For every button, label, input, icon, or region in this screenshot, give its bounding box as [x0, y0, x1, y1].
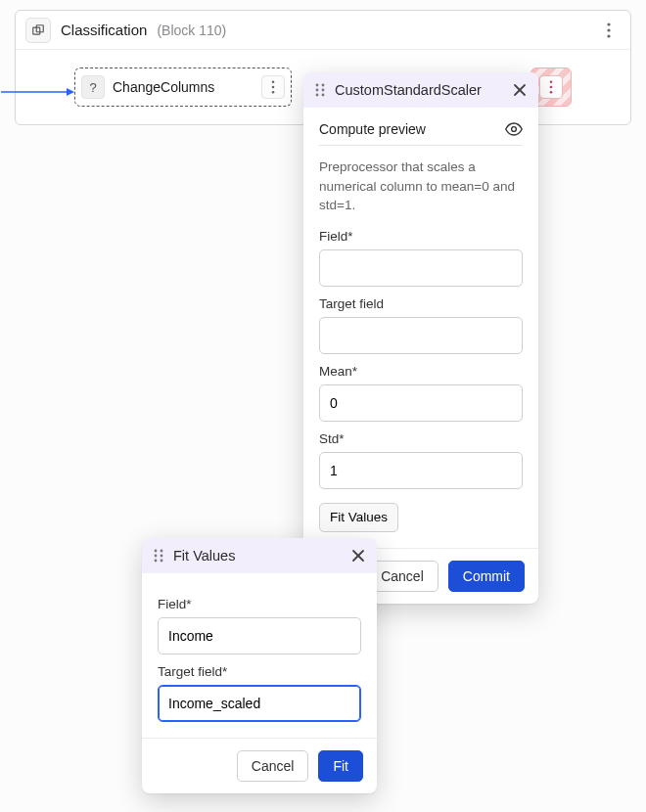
svg-point-27 [161, 560, 163, 563]
svg-point-17 [316, 94, 319, 97]
svg-point-8 [272, 86, 275, 89]
target-field-input[interactable] [319, 317, 523, 354]
question-icon: ? [81, 75, 105, 99]
svg-point-16 [322, 89, 325, 92]
target-field-input[interactable] [158, 685, 361, 722]
std-input[interactable] [319, 452, 523, 489]
compute-preview-label: Compute preview [319, 121, 426, 137]
target-field-label: Target field* [158, 664, 361, 679]
pipeline-menu-button[interactable] [597, 19, 621, 42]
svg-point-18 [322, 94, 325, 97]
close-icon [513, 83, 527, 97]
close-button[interactable] [351, 549, 365, 563]
svg-point-4 [607, 34, 610, 37]
svg-point-7 [272, 80, 275, 83]
popover-header[interactable]: Fit Values [142, 538, 377, 573]
node-menu-button[interactable] [261, 75, 285, 99]
svg-point-15 [316, 89, 319, 92]
mean-input[interactable] [319, 384, 523, 422]
eye-icon [505, 122, 523, 136]
node-change-columns[interactable]: ? ChangeColumns [74, 68, 292, 107]
field-input[interactable] [158, 617, 361, 654]
svg-point-25 [161, 555, 163, 558]
fit-button[interactable]: Fit [318, 750, 363, 782]
svg-point-14 [322, 84, 325, 87]
std-label: Std* [319, 431, 523, 446]
pipeline-icon [25, 18, 51, 43]
custom-scaler-popover: CustomStandardScaler Compute preview Pre… [303, 72, 538, 604]
fit-values-popover: Fit Values Field* Target field* Cancel F… [142, 538, 377, 793]
preview-eye-button[interactable] [505, 122, 523, 136]
compute-preview-row: Compute preview [319, 121, 523, 137]
node-menu-button[interactable] [539, 75, 563, 99]
svg-point-3 [607, 28, 610, 31]
input-arrow-icon [1, 87, 74, 97]
svg-point-21 [512, 127, 517, 132]
cancel-button[interactable]: Cancel [237, 750, 309, 782]
svg-point-23 [161, 550, 163, 553]
svg-point-9 [272, 91, 275, 94]
fit-values-button[interactable]: Fit Values [319, 503, 398, 532]
close-icon [351, 549, 365, 563]
svg-point-12 [550, 91, 553, 94]
cancel-button[interactable]: Cancel [366, 561, 438, 592]
drag-handle-icon[interactable] [315, 83, 325, 97]
target-field-label: Target field [319, 296, 523, 311]
svg-marker-6 [67, 88, 74, 96]
svg-point-13 [316, 84, 319, 87]
popover-title: CustomStandardScaler [335, 82, 503, 98]
popover-title: Fit Values [173, 548, 342, 564]
node-label: ChangeColumns [113, 79, 254, 95]
commit-button[interactable]: Commit [448, 561, 525, 592]
svg-point-11 [550, 86, 553, 89]
field-input[interactable] [319, 249, 523, 287]
drag-handle-icon[interactable] [154, 549, 163, 563]
field-label: Field* [319, 229, 523, 244]
pipeline-header: Classification (Block 110) [16, 11, 630, 50]
svg-point-26 [155, 560, 158, 563]
field-label: Field* [158, 597, 361, 611]
svg-point-10 [550, 80, 553, 83]
pipeline-title: Classification [61, 22, 147, 38]
popover-footer: Cancel Fit [142, 738, 377, 793]
mean-label: Mean* [319, 364, 523, 379]
popover-description: Preprocessor that scales a numerical col… [319, 158, 523, 215]
close-button[interactable] [513, 83, 527, 97]
popover-header[interactable]: CustomStandardScaler [303, 72, 538, 108]
svg-point-24 [155, 555, 158, 558]
svg-point-22 [155, 550, 158, 553]
svg-point-2 [607, 23, 610, 25]
pipeline-subtitle: (Block 110) [157, 23, 226, 38]
